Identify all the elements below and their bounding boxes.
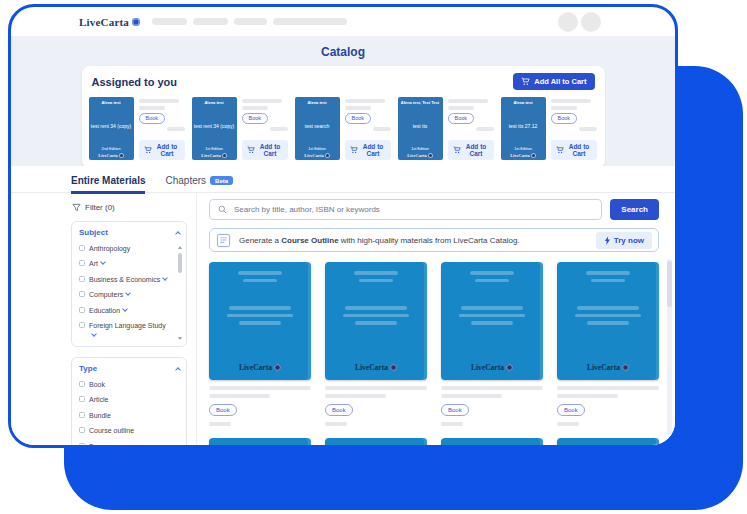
- book-cover[interactable]: [441, 438, 543, 448]
- search-button[interactable]: Search: [610, 199, 659, 220]
- book-cover[interactable]: LiveCarta: [557, 262, 659, 380]
- assigned-book-item[interactable]: Alena test test search 1st Edition LiveC…: [295, 97, 391, 160]
- bolt-icon: [604, 236, 611, 245]
- mini-book-cover[interactable]: Alena test test rent 34 (copy) 2nd Editi…: [89, 97, 134, 160]
- filter-option[interactable]: Computers: [79, 290, 172, 299]
- filter-option[interactable]: Course outline: [79, 426, 180, 435]
- livecarta-mark-icon: [506, 364, 513, 371]
- subject-section-header[interactable]: Subject: [79, 228, 180, 237]
- catalog-book-card[interactable]: LiveCarta Book: [557, 262, 659, 426]
- cover-line: [229, 306, 291, 310]
- scrollbar-thumb[interactable]: [178, 253, 182, 273]
- screenshot-stage: LiveCarta Catalog Assigned to you: [0, 0, 747, 514]
- chevron-down-icon[interactable]: [91, 331, 97, 337]
- checkbox[interactable]: [79, 443, 85, 448]
- add-to-cart-button[interactable]: Add to Cart: [448, 140, 494, 160]
- catalog-book-card[interactable]: [209, 438, 311, 448]
- book-cover[interactable]: LiveCarta: [441, 262, 543, 380]
- chevron-down-icon[interactable]: [125, 290, 131, 296]
- checkbox[interactable]: [79, 396, 85, 402]
- catalog-tabs: Entire Materials Chapters Beta: [11, 166, 675, 193]
- book-cover[interactable]: [557, 438, 659, 448]
- checkbox[interactable]: [79, 307, 85, 313]
- filter-option[interactable]: Article: [79, 395, 180, 404]
- nav-item-placeholder[interactable]: [234, 18, 267, 25]
- tab-chapters[interactable]: Chapters Beta: [165, 175, 233, 192]
- livecarta-logo[interactable]: LiveCarta: [79, 16, 140, 28]
- assigned-to-you-card: Assigned to you Add All to Cart Alena te…: [82, 66, 605, 168]
- catalog-book-card[interactable]: [325, 438, 427, 448]
- filter-option[interactable]: Essay: [79, 442, 180, 448]
- catalog-book-card[interactable]: [441, 438, 543, 448]
- scrollbar-thumb[interactable]: [667, 261, 672, 307]
- nav-item-placeholder[interactable]: [273, 18, 347, 25]
- catalog-book-card[interactable]: [557, 438, 659, 448]
- checkbox[interactable]: [79, 412, 85, 418]
- search-field[interactable]: [209, 199, 602, 220]
- filter-option[interactable]: Business & Economics: [79, 275, 172, 284]
- filter-option[interactable]: Anthropology: [79, 244, 172, 253]
- filter-header[interactable]: Filter (0): [72, 203, 187, 212]
- add-to-cart-button[interactable]: Add to Cart: [139, 140, 185, 160]
- cover-line: [359, 279, 393, 283]
- mini-book-cover[interactable]: Alena test, Test Test test tts 1st Editi…: [398, 97, 443, 160]
- filter-option-label: Business & Economics: [89, 275, 167, 284]
- scroll-down-arrow[interactable]: [178, 337, 182, 340]
- chevron-down-icon[interactable]: [100, 260, 106, 266]
- add-to-cart-button[interactable]: Add to Cart: [551, 140, 597, 160]
- assigned-book-item[interactable]: Alena test test rent 34 (copy) 2nd Editi…: [89, 97, 185, 160]
- nav-item-placeholder[interactable]: [152, 18, 187, 25]
- filter-option-label: Essay: [89, 442, 108, 448]
- add-all-to-cart-button[interactable]: Add All to Cart: [513, 73, 594, 90]
- main-scrollbar[interactable]: [667, 259, 672, 435]
- catalog-book-card[interactable]: LiveCarta Book: [209, 262, 311, 426]
- checkbox[interactable]: [79, 322, 85, 328]
- book-edition: 1st Edition: [308, 147, 326, 151]
- catalog-main: Search Generate a Course Outline with hi…: [197, 193, 675, 446]
- filter-option[interactable]: Bundle: [79, 411, 180, 420]
- tab-entire-materials[interactable]: Entire Materials: [71, 175, 145, 194]
- type-section-header[interactable]: Type: [79, 364, 180, 373]
- mini-book-cover[interactable]: Alena test test tts 27.12 1st Edition Li…: [501, 97, 546, 160]
- filter-option[interactable]: Foreign Language Study: [79, 321, 172, 340]
- book-cover[interactable]: LiveCarta: [325, 262, 427, 380]
- avatar-placeholder[interactable]: [558, 12, 578, 32]
- cover-line: [355, 321, 397, 325]
- checkbox[interactable]: [79, 427, 85, 433]
- checkbox[interactable]: [79, 245, 85, 251]
- catalog-book-card[interactable]: LiveCarta Book: [325, 262, 427, 426]
- book-edition: 1st Edition: [514, 147, 532, 151]
- cart-icon: [350, 146, 358, 154]
- try-now-button[interactable]: Try now: [596, 232, 652, 249]
- add-to-cart-button[interactable]: Add to Cart: [242, 140, 288, 160]
- nav-item-placeholder[interactable]: [193, 18, 228, 25]
- search-input[interactable]: [232, 204, 593, 215]
- filter-option[interactable]: Book: [79, 380, 180, 389]
- catalog-book-card[interactable]: LiveCarta Book: [441, 262, 543, 426]
- assigned-book-item[interactable]: Alena test, Test Test test tts 1st Editi…: [398, 97, 494, 160]
- scroll-up-arrow[interactable]: [178, 246, 182, 249]
- checkbox[interactable]: [79, 276, 85, 282]
- cover-line: [343, 314, 409, 318]
- mini-book-cover[interactable]: Alena test test rent 34 (copy) 1st Editi…: [192, 97, 237, 160]
- livecarta-cover-logo: LiveCarta: [355, 363, 397, 372]
- mini-book-cover[interactable]: Alena test test search 1st Edition LiveC…: [295, 97, 340, 160]
- assigned-book-item[interactable]: Alena test test rent 34 (copy) 1st Editi…: [192, 97, 288, 160]
- book-cover[interactable]: LiveCarta: [209, 262, 311, 380]
- filter-option[interactable]: Art: [79, 259, 172, 268]
- funnel-icon: [72, 203, 81, 212]
- assigned-book-item[interactable]: Alena test test tts 27.12 1st Edition Li…: [501, 97, 597, 160]
- filter-option-label: Computers: [89, 290, 130, 299]
- checkbox[interactable]: [79, 381, 85, 387]
- book-cover[interactable]: [209, 438, 311, 448]
- cover-line: [577, 306, 639, 310]
- chevron-down-icon[interactable]: [162, 275, 168, 281]
- add-to-cart-button[interactable]: Add to Cart: [345, 140, 391, 160]
- checkbox[interactable]: [79, 291, 85, 297]
- checkbox[interactable]: [79, 260, 85, 266]
- book-cover[interactable]: [325, 438, 427, 448]
- avatar-placeholder[interactable]: [581, 12, 601, 32]
- chevron-down-icon[interactable]: [122, 306, 128, 312]
- subject-scrollbar[interactable]: [177, 246, 183, 340]
- filter-option[interactable]: Education: [79, 306, 172, 315]
